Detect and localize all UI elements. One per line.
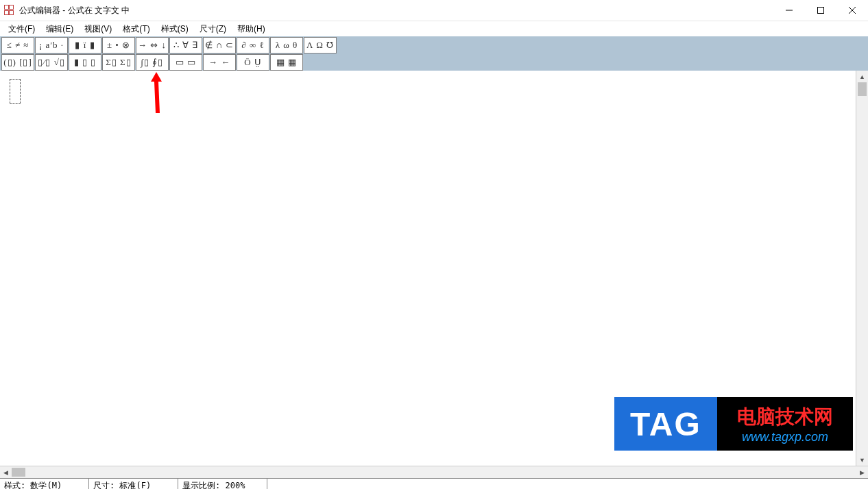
tb-products-set-templates[interactable]: Ō Ṳ — [237, 54, 269, 71]
tb-embellishments[interactable]: ▮ ï ▮ — [69, 37, 101, 53]
scroll-left-icon[interactable]: ◀ — [0, 466, 12, 478]
watermark-cn-text: 电脑技术网 — [737, 404, 833, 430]
tb-summation-templates[interactable]: Σ▯ Σ▯ — [102, 54, 135, 71]
status-zoom-label: 显示比例: — [182, 480, 220, 490]
status-bar: 样式: 数学(M) 尺寸: 标准(F) 显示比例: 200% — [0, 478, 868, 489]
vscroll-thumb[interactable] — [858, 82, 867, 96]
tb-greek-lowercase[interactable]: λ ω θ — [270, 37, 303, 53]
menu-format[interactable]: 格式(T) — [117, 22, 155, 36]
menu-bar: 文件(F) 编辑(E) 视图(V) 格式(T) 样式(S) 尺寸(Z) 帮助(H… — [0, 21, 868, 36]
scroll-down-icon[interactable]: ▼ — [856, 454, 868, 466]
annotation-arrow-icon — [149, 72, 166, 115]
vertical-scrollbar[interactable]: ▲ ▼ — [856, 71, 868, 466]
menu-edit[interactable]: 编辑(E) — [40, 22, 79, 36]
menu-view[interactable]: 视图(V) — [79, 22, 117, 36]
watermark-tag: TAG — [614, 397, 717, 451]
tb-misc-symbols[interactable]: ∂ ∞ ℓ — [237, 37, 269, 53]
title-bar: 公式编辑器 - 公式在 文字文 中 — [0, 0, 868, 21]
tb-labeled-arrow-templates[interactable]: → ← — [203, 54, 236, 71]
tb-greek-uppercase[interactable]: Λ Ω ℧ — [304, 37, 337, 53]
status-zoom-value: 200% — [225, 481, 245, 489]
status-style-value: 数学(M) — [30, 480, 62, 490]
tb-arrow-symbols[interactable]: → ⇔ ↓ — [136, 37, 169, 53]
status-zoom: 显示比例: 200% — [178, 479, 267, 489]
close-button[interactable] — [836, 0, 868, 21]
horizontal-scrollbar[interactable]: ◀ ▶ — [0, 466, 868, 478]
app-icon — [4, 5, 15, 16]
minimize-button[interactable] — [773, 0, 805, 21]
toolbar-row-2: (▯) [▯] ▯⁄▯ √▯ ▮ ▯ ▯ Σ▯ Σ▯ ∫▯ ∮▯ ▭ ▭ → ←… — [0, 53, 868, 71]
status-size-value: 标准(F) — [119, 480, 151, 490]
scroll-right-icon[interactable]: ▶ — [856, 466, 868, 478]
tb-operator-symbols[interactable]: ± • ⊗ — [102, 37, 135, 53]
workspace: TAG 电脑技术网 www.tagxp.com ▲ ▼ — [0, 71, 868, 466]
toolbar-area: ≤ ≠ ≈ ¡ a′b · ▮ ï ▮ ± • ⊗ → ⇔ ↓ ∴ ∀ ∃ ∉ … — [0, 36, 868, 71]
svg-rect-1 — [818, 8, 824, 14]
status-style-label: 样式: — [4, 480, 25, 490]
scroll-up-icon[interactable]: ▲ — [856, 71, 868, 82]
tb-set-theory-symbols[interactable]: ∉ ∩ ⊂ — [203, 37, 236, 53]
menu-help[interactable]: 帮助(H) — [232, 22, 271, 36]
tb-fraction-radical-templates[interactable]: ▯⁄▯ √▯ — [35, 54, 68, 71]
menu-file[interactable]: 文件(F) — [3, 22, 40, 36]
tb-integral-templates[interactable]: ∫▯ ∮▯ — [136, 54, 169, 71]
tb-logical-symbols[interactable]: ∴ ∀ ∃ — [169, 37, 202, 53]
status-style: 样式: 数学(M) — [0, 479, 89, 489]
tb-underbar-overbar-templates[interactable]: ▭ ▭ — [169, 54, 202, 71]
status-size: 尺寸: 标准(F) — [89, 479, 178, 489]
tb-spaces-ellipses[interactable]: ¡ a′b · — [35, 37, 68, 53]
window-title: 公式编辑器 - 公式在 文字文 中 — [19, 5, 130, 16]
watermark: TAG 电脑技术网 www.tagxp.com — [614, 397, 853, 451]
editor-canvas[interactable]: TAG 电脑技术网 www.tagxp.com — [0, 71, 856, 466]
hscroll-thumb[interactable] — [12, 468, 25, 477]
svg-marker-4 — [151, 72, 162, 113]
tb-fence-templates[interactable]: (▯) [▯] — [1, 54, 34, 71]
equation-placeholder[interactable] — [10, 79, 21, 104]
toolbar-row-1: ≤ ≠ ≈ ¡ a′b · ▮ ï ▮ ± • ⊗ → ⇔ ↓ ∴ ∀ ∃ ∉ … — [0, 36, 868, 53]
status-size-label: 尺寸: — [93, 480, 114, 490]
menu-size[interactable]: 尺寸(Z) — [194, 22, 232, 36]
tb-matrix-templates[interactable]: ▦ ▦ — [270, 54, 303, 71]
watermark-url: www.tagxp.com — [742, 430, 828, 444]
maximize-button[interactable] — [805, 0, 836, 21]
tb-subscript-superscript-templates[interactable]: ▮ ▯ ▯ — [69, 54, 101, 71]
menu-style[interactable]: 样式(S) — [156, 22, 194, 36]
tb-relational-symbols[interactable]: ≤ ≠ ≈ — [1, 37, 34, 53]
